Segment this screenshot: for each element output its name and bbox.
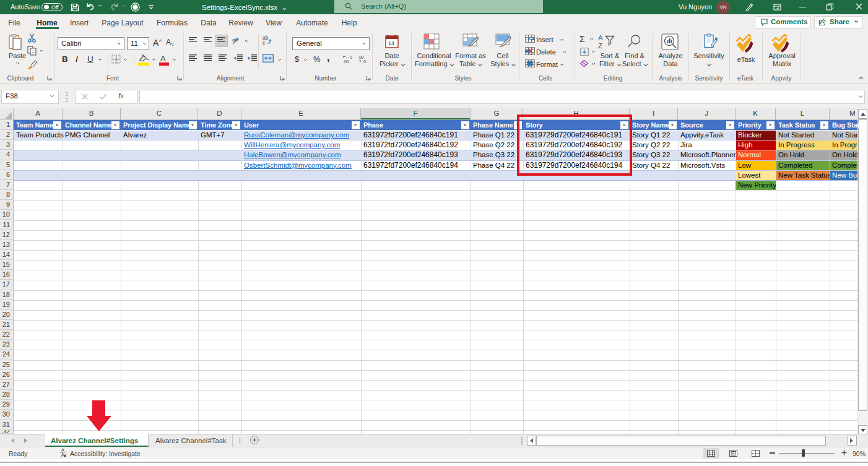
svg-text:.00: .00 — [343, 59, 349, 64]
svg-text:14: 14 — [388, 40, 394, 46]
svg-text:A: A — [598, 34, 603, 41]
svg-text:ab: ab — [232, 37, 238, 43]
svg-text:Z: Z — [598, 42, 602, 49]
svg-text:0: 0 — [363, 59, 366, 64]
